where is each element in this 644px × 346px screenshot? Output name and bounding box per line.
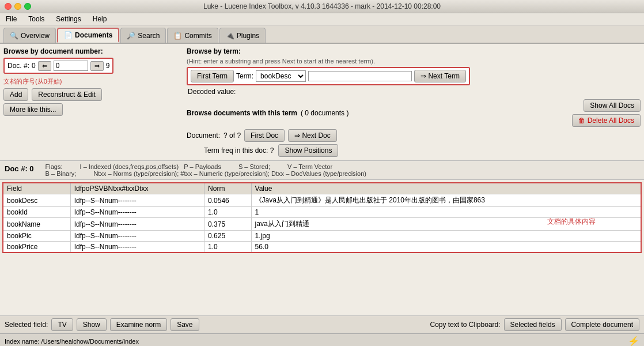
top-panels: Browse by document number: Doc. #: 0 ⇐ ⇒… <box>0 44 644 161</box>
browse-docs-row: Browse documents with this term ( 0 docu… <box>187 99 641 127</box>
window-controls <box>5 3 31 10</box>
fields-table: Field IdfpoPSVBNtxx#txxDtxx Norm Value b… <box>2 182 642 253</box>
show-positions-button[interactable]: Show Positions <box>278 144 338 157</box>
bottom-bar: Selected field: TV Show Examine norm Sav… <box>0 315 644 333</box>
menu-tools[interactable]: Tools <box>26 14 47 24</box>
more-like-button[interactable]: More like this... <box>3 103 63 116</box>
term-freq-row: Term freq in this doc: ? Show Positions <box>187 144 641 157</box>
tab-plugins[interactable]: 🔌 Plugins <box>219 28 266 43</box>
document-label: Document: <box>187 131 220 140</box>
first-doc-button[interactable]: First Doc <box>244 129 285 142</box>
flag-stored: S – Stored; <box>238 163 270 170</box>
selected-fields-button[interactable]: Selected fields <box>504 318 562 331</box>
row1-field: bookId <box>3 207 70 218</box>
table-row[interactable]: bookPic Idfp--S--Nnum-------- 0.625 1.jp… <box>3 231 641 242</box>
table-body: bookDesc Idfp--S--Nnum-------- 0.0546 《J… <box>3 194 641 253</box>
table-row[interactable]: bookPrice Idfp--S--Nnum-------- 1.0 56.0 <box>3 242 641 253</box>
tab-overview[interactable]: 🔍 Overview <box>3 28 56 43</box>
doc-of: ? of ? <box>223 131 241 140</box>
flags-label: Flags: <box>46 163 63 170</box>
tab-commits-label: Commits <box>184 32 211 40</box>
table-section: Field IdfpoPSVBNtxx#txxDtxx Norm Value b… <box>0 180 644 315</box>
term-field-select[interactable]: bookDesc bookId bookName bookPic bookPri… <box>256 70 306 82</box>
right-actions: Show All Docs 🗑 Delete All Docs <box>572 99 641 127</box>
tab-commits[interactable]: 📋 Commits <box>167 28 218 43</box>
examine-norm-button[interactable]: Examine norm <box>110 318 167 331</box>
menu-file[interactable]: File <box>3 14 19 24</box>
show-all-docs-button[interactable]: Show All Docs <box>584 99 641 112</box>
doc-number-input[interactable] <box>54 61 88 71</box>
next-term-button[interactable]: ⇒ Next Term <box>414 70 466 82</box>
row3-flags: Idfp--S--Nnum-------- <box>70 231 204 242</box>
doc-count: ( 0 documents ) <box>301 109 348 117</box>
row2-field: bookName <box>3 218 70 231</box>
selected-field-label: Selected field: <box>5 321 48 329</box>
next-doc-button[interactable]: ⇒ <box>90 61 104 71</box>
col-flags: IdfpoPSVBNtxx#txxDtxx <box>70 183 204 194</box>
tab-overview-label: Overview <box>21 32 50 40</box>
row0-norm: 0.0546 <box>204 194 251 207</box>
tabs-bar: 🔍 Overview 📄 Documents 🔎 Search 📋 Commit… <box>0 25 644 44</box>
row0-value: 《Java从入门到精通》是人民邮电出版社于 2010年出版的图书，由国家863 <box>251 194 641 207</box>
flag-termvec: V – Term Vector <box>287 163 332 170</box>
browse-doc-title: Browse by document number: <box>3 47 182 55</box>
col-value: Value <box>251 183 641 194</box>
plugins-icon: 🔌 <box>226 32 234 40</box>
row1-value: 1 <box>251 207 641 218</box>
menu-help[interactable]: Help <box>90 14 109 24</box>
table-wrapper: Field IdfpoPSVBNtxx#txxDtxx Norm Value b… <box>2 182 642 253</box>
row4-norm: 1.0 <box>204 242 251 253</box>
row3-value: 1.jpg <box>251 231 641 242</box>
tab-search-label: Search <box>138 32 160 40</box>
browse-docs-with-term-title: Browse documents with this term <box>187 109 297 117</box>
row3-field: bookPic <box>3 231 70 242</box>
tab-documents[interactable]: 📄 Documents <box>57 28 119 43</box>
menu-settings[interactable]: Settings <box>54 14 83 24</box>
row4-flags: Idfp--S--Nnum-------- <box>70 242 204 253</box>
tab-plugins-label: Plugins <box>237 32 259 40</box>
row0-flags: Idfp--S--Nnum-------- <box>70 194 204 207</box>
add-button[interactable]: Add <box>3 88 28 101</box>
table-row[interactable]: bookId Idfp--S--Nnum-------- 1.0 1 <box>3 207 641 218</box>
right-panel: Browse by term: (Hint: enter a substring… <box>187 47 641 157</box>
window-title: Luke - Lucene Index Toolbox, v 4.10.3 16… <box>203 2 441 10</box>
flag-indexed: I – Indexed (docs,freqs,pos,offsets) P –… <box>80 163 221 170</box>
save-button[interactable]: Save <box>171 318 199 331</box>
browse-term-hint: (Hint: enter a substring and press Next … <box>187 58 641 65</box>
row2-flags: Idfp--S--Nnum-------- <box>70 218 204 231</box>
menu-bar: File Tools Settings Help <box>0 13 644 25</box>
doc-browse-row: Doc. #: 0 ⇐ ⇒ 9 <box>3 58 113 74</box>
maximize-button[interactable] <box>24 3 31 10</box>
complete-doc-button[interactable]: Complete document <box>565 318 639 331</box>
first-term-button[interactable]: First Term <box>191 70 234 82</box>
term-search-input[interactable] <box>308 71 412 81</box>
row1-norm: 1.0 <box>204 207 251 218</box>
term-freq-label: Term freq in this doc: ? <box>204 146 274 155</box>
row4-value: 56.0 <box>251 242 641 253</box>
tab-search[interactable]: 🔎 Search <box>120 28 166 43</box>
term-label: Term: <box>236 72 253 80</box>
term-browse-row: First Term Term: bookDesc bookId bookNam… <box>187 67 470 85</box>
browse-term-title: Browse by term: <box>187 47 641 55</box>
search-icon: 🔎 <box>127 32 135 40</box>
copy-label: Copy text to Clipboard: <box>430 321 501 329</box>
tab-documents-label: Documents <box>75 31 112 39</box>
show-button[interactable]: Show <box>77 318 107 331</box>
doc-annotation: 文档的序号(从0开始) <box>3 77 182 86</box>
overview-icon: 🔍 <box>10 32 18 40</box>
flags-content: Flags: I – Indexed (docs,freqs,pos,offse… <box>46 163 639 177</box>
delete-all-docs-button[interactable]: 🗑 Delete All Docs <box>572 114 641 127</box>
close-button[interactable] <box>5 3 12 10</box>
left-panel: Browse by document number: Doc. #: 0 ⇐ ⇒… <box>3 47 182 157</box>
next-doc-button-term[interactable]: ⇒ Next Doc <box>288 129 337 142</box>
minimize-button[interactable] <box>14 3 21 10</box>
tv-button[interactable]: TV <box>51 318 73 331</box>
table-annotation: 文档的具体内容 <box>547 217 596 227</box>
row4-field: bookPrice <box>3 242 70 253</box>
title-bar: Luke - Lucene Index Toolbox, v 4.10.3 16… <box>0 0 644 13</box>
table-row[interactable]: bookDesc Idfp--S--Nnum-------- 0.0546 《J… <box>3 194 641 207</box>
prev-doc-button[interactable]: ⇐ <box>38 61 51 71</box>
reconstruct-button[interactable]: Reconstruct & Edit <box>32 88 101 101</box>
flag-binary: B – Binary; <box>46 170 77 177</box>
table-row[interactable]: bookName Idfp--S--Nnum-------- 0.375 jav… <box>3 218 641 231</box>
